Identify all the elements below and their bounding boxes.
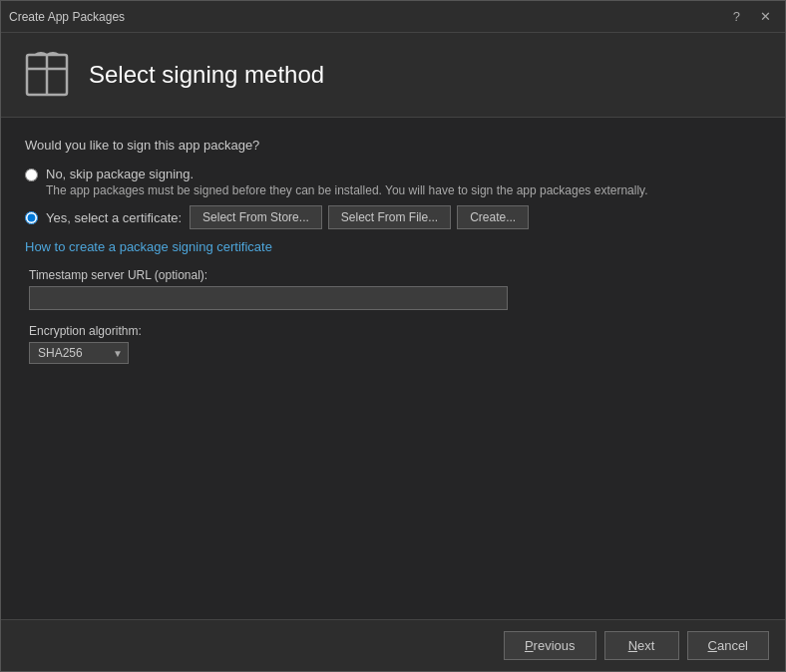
- main-window: Create App Packages ? ✕ Select signing m…: [0, 0, 786, 672]
- close-button[interactable]: ✕: [754, 7, 777, 26]
- package-icon: [21, 49, 73, 101]
- certificate-help-link[interactable]: How to create a package signing certific…: [25, 239, 272, 254]
- select-from-file-button[interactable]: Select From File...: [328, 205, 451, 229]
- radio-no-input[interactable]: [25, 168, 38, 181]
- radio-no-sublabel: The app packages must be signed before t…: [46, 183, 648, 197]
- title-bar-controls: ? ✕: [727, 7, 777, 26]
- create-button[interactable]: Create...: [457, 205, 529, 229]
- page-title: Select signing method: [89, 61, 324, 89]
- previous-button[interactable]: Previous: [504, 631, 596, 660]
- header-section: Select signing method: [1, 33, 785, 118]
- window-title: Create App Packages: [9, 10, 125, 24]
- select-from-store-button[interactable]: Select From Store...: [190, 205, 322, 229]
- encryption-select-wrapper: SHA256 SHA384 SHA512 ▼: [29, 342, 129, 364]
- next-button[interactable]: Next: [604, 631, 679, 660]
- question-text: Would you like to sign this app package?: [25, 138, 761, 153]
- radio-no-label[interactable]: No, skip package signing.: [46, 167, 194, 181]
- footer: Previous Next Cancel: [1, 619, 785, 671]
- cancel-button[interactable]: Cancel: [687, 631, 769, 660]
- title-bar: Create App Packages ? ✕: [1, 1, 785, 33]
- cert-buttons: Select From Store... Select From File...…: [190, 205, 529, 229]
- radio-yes-label[interactable]: Yes, select a certificate:: [46, 210, 182, 225]
- encryption-label: Encryption algorithm:: [29, 324, 761, 338]
- timestamp-label: Timestamp server URL (optional):: [29, 268, 761, 282]
- timestamp-field-group: Timestamp server URL (optional):: [25, 268, 761, 310]
- content-area: Would you like to sign this app package?…: [1, 118, 785, 619]
- timestamp-input[interactable]: [29, 286, 508, 310]
- encryption-field-group: Encryption algorithm: SHA256 SHA384 SHA5…: [25, 324, 761, 364]
- help-button[interactable]: ?: [727, 7, 746, 26]
- encryption-select[interactable]: SHA256 SHA384 SHA512: [29, 342, 129, 364]
- radio-yes-option: Yes, select a certificate: Select From S…: [25, 205, 761, 229]
- radio-yes-input[interactable]: [25, 211, 38, 224]
- radio-no-option: No, skip package signing. The app packag…: [25, 167, 761, 197]
